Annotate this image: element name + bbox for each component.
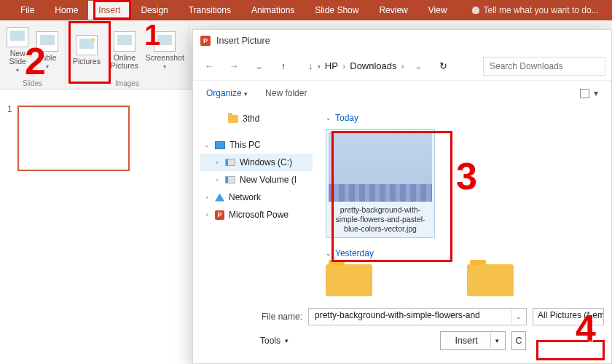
view-options[interactable]: ▾ [580,88,598,98]
new-slide-button[interactable]: New Slide ▾ [4,25,31,76]
insert-picture-dialog: Insert Picture ← → ⌄ ↑ ↓ › HP› Downloads… [192,29,612,364]
organize-button[interactable]: Organize ▾ [206,88,248,98]
pictures-button[interactable]: Pictures [70,33,103,68]
slide-number: 1 [7,104,12,114]
nav-up-button[interactable]: ↑ [273,56,294,76]
slide-thumbnail[interactable] [17,106,130,171]
breadcrumb[interactable]: HP› Downloads› [325,60,404,71]
dialog-titlebar: Insert Picture [193,30,611,52]
dialog-nav: ← → ⌄ ↑ ↓ › HP› Downloads› ⌄ ↻ [193,52,611,81]
tab-transitions[interactable]: Transitions [178,1,241,20]
disk-icon [225,176,235,183]
tab-home[interactable]: Home [44,1,88,20]
powerpoint-icon [200,36,211,46]
screenshot-button[interactable]: Screenshot ▾ [146,29,184,72]
tree-item-windows-c[interactable]: ›Windows (C:) [200,154,313,171]
slide-panel: 1 [0,90,189,364]
file-name-label: File name: [200,312,302,322]
chevron-down-icon[interactable]: ⌄ [511,310,525,323]
nav-back-button[interactable]: ← [199,56,219,76]
quick-access-icon: ↓ [308,60,313,71]
group-today[interactable]: ⌄Today [326,113,601,123]
chevron-down-icon[interactable]: ▾ [490,333,503,348]
file-caption: pretty-background-with-simple-flowers-an… [329,202,432,235]
group-yesterday[interactable]: ⌄Yesterday [326,248,601,258]
tab-insert[interactable]: Insert [88,1,130,20]
new-folder-button[interactable]: New folder [265,88,307,98]
table-button[interactable]: Table ▾ [34,29,61,72]
folder-item[interactable] [326,264,372,296]
tree-item-new-volume[interactable]: ›New Volume (I [200,171,313,189]
online-pictures-icon [114,31,136,52]
tab-view[interactable]: View [418,1,458,20]
screenshot-icon [154,31,176,52]
group-label-images: Images [70,79,184,87]
tab-file[interactable]: File [10,1,44,20]
refresh-button[interactable]: ↻ [434,56,454,76]
nav-recent-button[interactable]: ⌄ [248,56,269,76]
file-type-filter[interactable]: All Pictures (*.emf;*.wm [533,308,604,325]
folder-tree: ▸3thd ⌄This PC ›Windows (C:) ›New Volume… [193,106,315,324]
cancel-button[interactable]: C [511,331,526,350]
pc-icon [215,141,225,149]
folder-icon [228,115,238,123]
tree-item-this-pc[interactable]: ⌄This PC [200,136,313,154]
tab-slideshow[interactable]: Slide Show [305,1,369,20]
group-label-slides: Slides [4,79,60,87]
tab-review[interactable]: Review [369,1,417,20]
nav-forward-button[interactable]: → [224,56,244,76]
breadcrumb-hp: HP [325,60,338,71]
search-input[interactable] [483,57,605,76]
dialog-bottom: File name: pretty-background-with-simple… [193,302,611,363]
insert-button[interactable]: Insert▾ [440,331,506,350]
bulb-icon [472,7,479,14]
view-icon [580,89,589,98]
image-thumbnail [329,132,432,202]
breadcrumb-downloads: Downloads [350,60,396,71]
picture-icon [76,35,98,55]
tell-me[interactable]: Tell me what you want to do... [472,5,599,15]
network-icon [215,194,224,202]
dialog-toolbar: Organize ▾ New folder ▾ [193,81,611,106]
file-view: ⌄Today pretty-background-with-simple-flo… [315,106,611,324]
online-pictures-button[interactable]: Online Pictures [106,29,143,72]
tree-item-network[interactable]: ›Network [200,189,313,206]
tools-button[interactable]: Tools ▾ [260,336,289,346]
tab-animations[interactable]: Animations [241,1,305,20]
file-name-input[interactable]: pretty-background-with-simple-flowers-an… [308,308,527,325]
tree-item-ms-powerpoint[interactable]: ›Microsoft Powe [200,206,313,223]
tree-item-3thd[interactable]: ▸3thd [200,110,313,127]
file-item-selected[interactable]: pretty-background-with-simple-flowers-an… [326,129,435,238]
dialog-title: Insert Picture [216,36,270,46]
tab-design[interactable]: Design [130,1,178,20]
folder-item[interactable] [467,264,514,296]
powerpoint-icon [215,210,224,220]
breadcrumb-dropdown[interactable]: ⌄ [409,56,429,76]
ribbon-tabs: File Home Insert Design Transitions Anim… [0,0,612,20]
disk-icon [225,159,235,166]
